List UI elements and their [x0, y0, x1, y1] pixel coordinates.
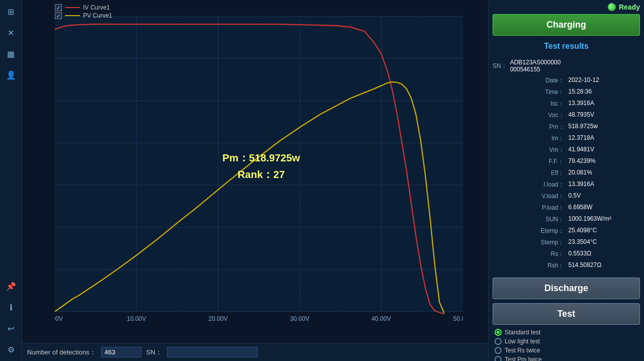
time-label: Time：: [493, 86, 567, 98]
detections-input[interactable]: [101, 347, 141, 357]
detections-label: Number of detections：: [27, 348, 96, 357]
im-label: Im：: [493, 133, 567, 144]
back-icon[interactable]: ↩: [4, 321, 19, 336]
sn-label: SN：: [493, 62, 507, 70]
svg-text:50.00V: 50.00V: [453, 315, 463, 322]
test-rs-twice-label: Test Rs twice: [505, 347, 540, 354]
pm-value: 518.9725w: [567, 121, 640, 133]
sn-row: SN： ADB123AS000000000546155: [489, 57, 644, 75]
pv-label: PV Curve1: [83, 12, 112, 19]
pin-icon[interactable]: 📌: [4, 279, 19, 294]
rs-label: Rs：: [493, 248, 567, 260]
svg-text:20.00V: 20.00V: [208, 315, 228, 322]
eff-label: Eff：: [493, 167, 567, 179]
date-value: 2022-10-12: [567, 75, 640, 86]
stemp-value: 23.3504°C: [567, 237, 640, 248]
iv-label: IV Curve1: [83, 4, 110, 11]
iv-line: [65, 7, 80, 8]
bottom-bar: Number of detections： SN：: [22, 343, 488, 361]
sun-value: 1000.1963W/m²: [567, 214, 640, 225]
radio-test-rs-twice[interactable]: Test Rs twice: [495, 347, 638, 354]
home-icon[interactable]: ⊞: [4, 4, 19, 19]
pv-line: [65, 15, 80, 16]
im-value: 12.3718A: [567, 133, 640, 144]
sidebar: ⊞ ✕ ▦ 👤 📌 ℹ ↩ ⚙: [0, 0, 22, 361]
svg-text:10.00V: 10.00V: [127, 315, 146, 322]
legend-iv: IV Curve1: [55, 4, 112, 11]
ff-value: 79.4239%: [567, 156, 640, 167]
discharge-button[interactable]: Discharge: [493, 278, 640, 299]
vm-label: Vm：: [493, 144, 567, 156]
vload-value: 0.5V: [567, 191, 640, 202]
vload-label: V.load：: [493, 191, 567, 202]
svg-text:40.00V: 40.00V: [372, 315, 391, 322]
radio-standard-dot: [495, 329, 502, 336]
chart-icon[interactable]: ▦: [4, 46, 19, 61]
voc-value: 48.7935V: [567, 110, 640, 121]
rsh-value: 514.50827Ω: [567, 260, 640, 272]
rs-value: 0.5533Ω: [567, 248, 640, 260]
svg-text:30.00V: 30.00V: [290, 315, 309, 322]
svg-text:Rank：27: Rank：27: [237, 168, 285, 180]
time-value: 15:28:36: [567, 86, 640, 98]
right-panel: Ready Charging Test results SN： ADB123AS…: [488, 0, 644, 361]
chart-area: IV Curve1 PV Curve1: [22, 0, 488, 343]
iv-checkbox[interactable]: [55, 4, 62, 11]
low-light-label: Low light test: [505, 338, 540, 345]
radio-rs-twice-dot: [495, 347, 502, 354]
close-icon[interactable]: ✕: [4, 25, 19, 40]
stemp-label: Stemp：: [493, 237, 567, 248]
iload-value: 13.3916A: [567, 179, 640, 191]
radio-pm-twice-dot: [495, 356, 502, 361]
chart-container: IV Curve1 PV Curve1: [22, 0, 488, 361]
isc-label: Isc：: [493, 98, 567, 110]
info-icon[interactable]: ℹ: [4, 300, 19, 315]
voc-label: Voc：: [493, 110, 567, 121]
eff-value: 20.081%: [567, 167, 640, 179]
pm-label: Pm：: [493, 121, 567, 133]
iload-label: I.load：: [493, 179, 567, 191]
svg-text:Pm：518.9725w: Pm：518.9725w: [222, 152, 300, 163]
date-label: Date：: [493, 75, 567, 86]
radio-test-pm-twice[interactable]: Test Pm twice: [495, 356, 638, 361]
radio-low-light-dot: [495, 338, 502, 345]
isc-value: 13.3916A: [567, 98, 640, 110]
pv-checkbox[interactable]: [55, 12, 62, 19]
charging-button[interactable]: Charging: [493, 14, 640, 36]
vm-value: 41.9481V: [567, 144, 640, 156]
svg-text:0.00V: 0.00V: [55, 315, 63, 322]
sun-label: SUN：: [493, 214, 567, 225]
test-results-header: Test results: [489, 38, 644, 55]
data-grid: Date： 2022-10-12 Time： 15:28:36 Isc： 13.…: [489, 75, 644, 272]
status-row: Ready: [489, 0, 644, 12]
settings-icon[interactable]: ⚙: [4, 342, 19, 357]
pload-value: 6.6958W: [567, 202, 640, 214]
etemp-value: 25.4098°C: [567, 225, 640, 237]
sn-value: ADB123AS000000000546155: [510, 59, 561, 73]
test-button[interactable]: Test: [493, 303, 640, 325]
rsh-label: Rsh：: [493, 260, 567, 272]
pload-label: P.load：: [493, 202, 567, 214]
standard-test-label: Standard test: [505, 329, 540, 336]
etemp-label: Etemp：: [493, 225, 567, 237]
chart-inner: 14.00A 12.00A 10.00A 8.00A 6.00A 4.00A 2…: [55, 5, 463, 323]
test-pm-twice-label: Test Pm twice: [505, 356, 542, 361]
ready-status: Ready: [619, 3, 640, 11]
sn-label: SN：: [146, 348, 162, 357]
radio-group: Standard test Low light test Test Rs twi…: [489, 327, 644, 361]
radio-standard-test[interactable]: Standard test: [495, 329, 638, 336]
legend-pv: PV Curve1: [55, 12, 112, 19]
radio-low-light[interactable]: Low light test: [495, 338, 638, 345]
status-indicator: [608, 3, 616, 11]
user-icon[interactable]: 👤: [4, 67, 19, 82]
chart-svg: 14.00A 12.00A 10.00A 8.00A 6.00A 4.00A 2…: [55, 5, 463, 323]
ff-label: F.F.：: [493, 156, 567, 167]
chart-legend: IV Curve1 PV Curve1: [55, 4, 112, 19]
sn-input[interactable]: [167, 347, 258, 357]
